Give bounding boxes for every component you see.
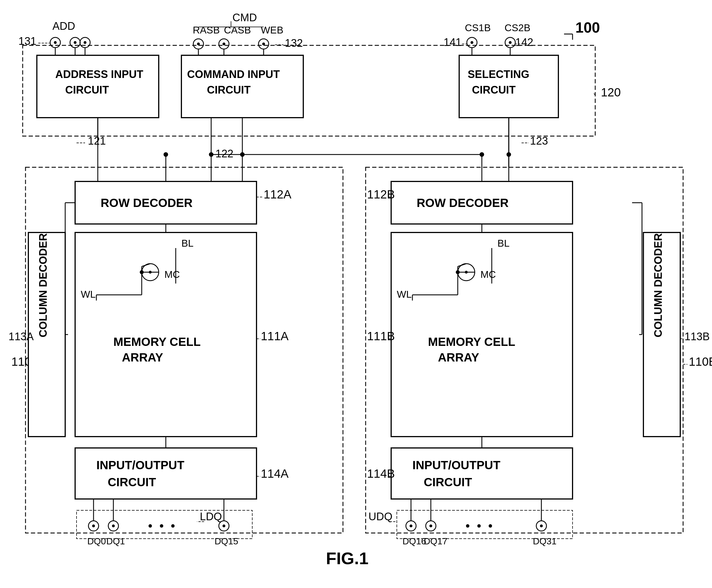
svg-point-37 [262, 43, 265, 45]
svg-text:DQ1: DQ1 [106, 536, 125, 546]
diagram-container: 100 120 ADDRESS INPUT CIRCUIT COMMAND IN… [0, 0, 712, 588]
svg-text:CIRCUIT: CIRCUIT [65, 84, 109, 96]
svg-point-26 [84, 41, 86, 44]
svg-text:CS1B: CS1B [465, 22, 491, 33]
svg-text:111B: 111B [367, 330, 395, 343]
svg-point-147 [456, 270, 460, 274]
svg-text:CS2B: CS2B [504, 22, 530, 33]
svg-text:WEB: WEB [261, 24, 283, 36]
svg-text:DQ16: DQ16 [403, 536, 426, 546]
svg-text:MC: MC [165, 269, 180, 280]
svg-text:COLUMN DECODER: COLUMN DECODER [652, 233, 664, 337]
svg-text:LDQ: LDQ [200, 510, 222, 523]
svg-point-117 [222, 525, 225, 527]
svg-point-187 [480, 152, 484, 157]
svg-point-170 [477, 524, 481, 528]
svg-text:ROW DECODER: ROW DECODER [417, 196, 509, 210]
svg-point-91 [140, 270, 144, 274]
svg-text:BL: BL [497, 237, 510, 249]
svg-text:141: 141 [444, 36, 461, 48]
svg-text:DQ17: DQ17 [424, 536, 448, 546]
svg-rect-79 [75, 232, 257, 437]
svg-point-112 [112, 525, 115, 527]
svg-text:112B: 112B [367, 188, 395, 201]
svg-point-169 [466, 524, 469, 528]
svg-point-35 [222, 43, 225, 45]
svg-text:ARRAY: ARRAY [438, 351, 479, 364]
svg-text:CMD: CMD [232, 12, 257, 23]
svg-text:114B: 114B [367, 467, 395, 480]
svg-text:DQ31: DQ31 [533, 536, 557, 546]
svg-text:WL: WL [397, 289, 412, 300]
svg-text:WL: WL [81, 289, 96, 300]
svg-text:120: 120 [601, 86, 621, 99]
svg-text:ROW DECODER: ROW DECODER [101, 196, 192, 210]
svg-rect-152 [391, 448, 573, 499]
svg-point-168 [429, 525, 432, 527]
svg-point-113 [149, 524, 152, 528]
svg-text:FIG.1: FIG.1 [326, 549, 368, 568]
svg-text:COMMAND INPUT: COMMAND INPUT [187, 68, 280, 80]
svg-text:ARRAY: ARRAY [122, 351, 163, 364]
svg-rect-135 [391, 232, 573, 437]
svg-point-33 [197, 43, 200, 45]
svg-text:SELECTING: SELECTING [468, 68, 529, 80]
svg-text:CIRCUIT: CIRCUIT [207, 84, 251, 96]
svg-point-171 [489, 524, 492, 528]
svg-point-20 [74, 41, 77, 44]
svg-text:MEMORY CELL: MEMORY CELL [428, 335, 515, 349]
svg-text:114A: 114A [261, 467, 288, 480]
svg-text:MEMORY CELL: MEMORY CELL [113, 335, 201, 349]
svg-text:DQ15: DQ15 [215, 536, 238, 546]
svg-text:CIRCUIT: CIRCUIT [472, 84, 516, 96]
svg-point-48 [471, 41, 473, 44]
svg-text:INPUT/OUTPUT: INPUT/OUTPUT [96, 458, 185, 472]
svg-text:123: 123 [530, 135, 548, 147]
svg-text:UDQ: UDQ [368, 510, 392, 523]
svg-text:ADD: ADD [52, 20, 75, 32]
svg-text:122: 122 [215, 148, 233, 160]
svg-text:ADDRESS INPUT: ADDRESS INPUT [55, 68, 143, 80]
svg-point-50 [509, 41, 512, 44]
svg-text:DQ0: DQ0 [87, 536, 106, 546]
svg-text:142: 142 [515, 36, 533, 48]
svg-text:100: 100 [575, 19, 600, 36]
svg-point-19 [54, 41, 57, 44]
svg-text:113B: 113B [685, 331, 710, 342]
svg-point-115 [171, 524, 175, 528]
svg-text:INPUT/OUTPUT: INPUT/OUTPUT [412, 458, 500, 472]
svg-text:COLUMN DECODER: COLUMN DECODER [37, 233, 49, 337]
svg-text:121: 121 [88, 135, 106, 147]
svg-text:CIRCUIT: CIRCUIT [108, 476, 156, 489]
svg-text:112A: 112A [264, 188, 292, 201]
svg-rect-96 [75, 448, 257, 499]
svg-point-110 [92, 525, 95, 527]
svg-text:113A: 113A [8, 331, 34, 342]
svg-text:CIRCUIT: CIRCUIT [424, 476, 472, 489]
svg-text:BL: BL [181, 237, 194, 249]
svg-text:MC: MC [480, 269, 496, 280]
svg-text:RASB: RASB [193, 24, 220, 36]
svg-text:110B: 110B [689, 355, 712, 368]
svg-text:131: 131 [18, 35, 36, 47]
svg-text:132: 132 [285, 37, 303, 49]
svg-point-114 [160, 524, 163, 528]
svg-point-173 [540, 525, 543, 527]
svg-point-183 [164, 152, 168, 157]
svg-point-166 [410, 525, 412, 527]
svg-text:111A: 111A [261, 330, 288, 343]
svg-text:CASB: CASB [224, 24, 251, 36]
